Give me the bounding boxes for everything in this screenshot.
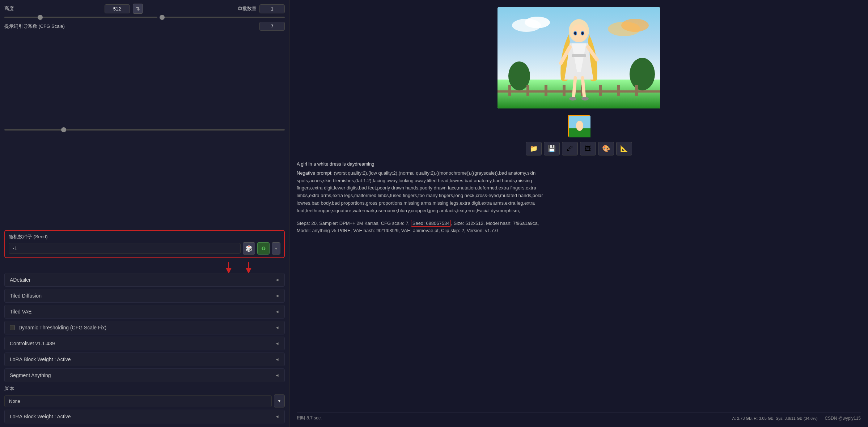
height-swap-button[interactable]: ⇅ — [133, 4, 143, 14]
steps-info-post: , Size: 512x512, Model hash: 7f96a1a9ca, — [451, 221, 539, 226]
negative-prompt-content: (worst quality:2),(low quality:2),(norma… — [297, 170, 543, 213]
svg-point-20 — [571, 24, 587, 42]
negative-prompt-text: Negative prompt: (worst quality:2),(low … — [297, 170, 557, 215]
steps-info-line2: Model: anything-v5-PrtRE, VAE hash: f921… — [297, 228, 498, 233]
adetailer-section[interactable]: ADetailer ◄ — [4, 273, 285, 287]
dynamic-threshold-label: Dynamic Thresholding (CFG Scale Fix) — [18, 325, 106, 330]
lora-block-1-section[interactable]: LoRA Block Weight : Active ◄ — [4, 353, 285, 366]
lora-block-2-label: LoRA Block Weight : Active — [10, 414, 71, 419]
controlnet-label: ControlNet v1.1.439 — [10, 341, 55, 346]
ruler-button[interactable]: 📐 — [616, 142, 632, 155]
svg-point-23 — [574, 32, 576, 35]
bottom-status: 用时:8.7 sec. A: 2.73 GB, R: 3.05 GB, Sys:… — [297, 413, 861, 423]
batch-input[interactable] — [259, 4, 285, 13]
svg-point-4 — [525, 17, 550, 28]
controlnet-arrow: ◄ — [275, 341, 279, 346]
seed-value: 688067534 — [426, 221, 449, 226]
steps-info: Steps: 20, Sampler: DPM++ 2M Karras, CFG… — [297, 218, 557, 237]
time-info: 用时:8.7 sec. — [297, 415, 322, 421]
stamp-button[interactable]: 🖊 — [562, 142, 578, 155]
main-image — [497, 7, 660, 108]
seed-input[interactable] — [9, 243, 241, 254]
script-select[interactable]: None — [4, 395, 272, 407]
svg-point-6 — [621, 19, 649, 32]
cfg-slider[interactable] — [4, 129, 285, 131]
gallery-button[interactable]: 🖼 — [580, 142, 596, 155]
svg-point-24 — [581, 32, 584, 35]
toolbar-row: 📁 💾 🖊 🖼 🎨 📐 — [297, 140, 861, 158]
svg-rect-12 — [526, 85, 529, 96]
svg-line-29 — [583, 78, 584, 98]
svg-point-9 — [630, 58, 655, 90]
tiled-diffusion-arrow: ◄ — [275, 293, 279, 298]
thumbnail-image[interactable] — [568, 115, 590, 137]
tiled-vae-section[interactable]: Tiled VAE ◄ — [4, 305, 285, 319]
save-button[interactable]: 💾 — [544, 142, 560, 155]
height-label: 高度 — [4, 5, 14, 12]
csdn-label: CSDN @wyply115 — [825, 416, 861, 421]
dynamic-threshold-checkbox[interactable] — [10, 325, 15, 330]
svg-point-34 — [576, 121, 583, 131]
height-slider[interactable] — [4, 17, 157, 18]
left-panel: 高度 ⇅ 单批数量 提示词引导系数 (CFG Scale) 随机数种子 (See… — [0, 0, 289, 427]
lora-block-1-label: LoRA Block Weight : Active — [10, 356, 71, 362]
batch-slider[interactable] — [160, 17, 285, 18]
thumbnail-row — [297, 112, 861, 140]
svg-rect-11 — [508, 85, 511, 96]
lora-block-2-section[interactable]: LoRA Block Weight : Active ◄ — [4, 410, 285, 423]
script-dropdown-arrow[interactable]: ▼ — [274, 394, 285, 407]
svg-rect-13 — [545, 85, 547, 96]
folder-button[interactable]: 📁 — [526, 142, 542, 155]
seed-recycle-button[interactable]: ♻ — [257, 242, 270, 255]
svg-point-31 — [581, 97, 589, 101]
seed-extra-toggle[interactable]: ▼ — [272, 242, 280, 255]
right-panel: 📁 💾 🖊 🖼 🎨 📐 A girl in a white dress is d… — [289, 0, 868, 427]
seed-dice-button[interactable]: 🎲 — [243, 242, 255, 255]
tiled-vae-arrow: ◄ — [275, 309, 279, 314]
segment-anything-section[interactable]: Segment Anything ◄ — [4, 368, 285, 382]
script-section: 脚本 None ▼ — [4, 386, 285, 407]
svg-rect-18 — [635, 85, 638, 96]
svg-rect-25 — [572, 54, 586, 57]
segment-anything-label: Segment Anything — [10, 372, 51, 378]
seed-highlight: Seed: 688067534 — [411, 220, 451, 227]
tiled-vae-label: Tiled VAE — [10, 309, 32, 315]
annotation-arrows — [4, 260, 287, 273]
image-container — [297, 4, 861, 112]
tiled-diffusion-label: Tiled Diffusion — [10, 293, 42, 299]
steps-info-pre: Steps: 20, Sampler: DPM++ 2M Karras, CFG… — [297, 221, 411, 226]
seed-label: 随机数种子 (Seed) — [9, 234, 280, 240]
svg-rect-14 — [563, 85, 566, 96]
cfg-input[interactable] — [259, 22, 285, 31]
svg-rect-16 — [599, 85, 602, 96]
height-input[interactable] — [105, 4, 130, 13]
dynamic-threshold-arrow: ◄ — [275, 325, 279, 330]
batch-label: 单批数量 — [238, 5, 257, 12]
svg-rect-17 — [617, 85, 620, 96]
positive-prompt-text: A girl in a white dress is daydreaming — [297, 161, 557, 168]
negative-prompt-label: Negative prompt: — [297, 170, 334, 176]
controlnet-section[interactable]: ControlNet v1.1.439 ◄ — [4, 337, 285, 350]
adetailer-label: ADetailer — [10, 277, 31, 283]
lora-block-2-arrow: ◄ — [275, 414, 279, 419]
segment-anything-arrow: ◄ — [275, 373, 279, 378]
tiled-diffusion-section[interactable]: Tiled Diffusion ◄ — [4, 289, 285, 303]
memory-info: A: 2.73 GB, R: 3.05 GB, Sys: 3.8/11 GB (… — [732, 416, 817, 420]
prompt-area: A girl in a white dress is daydreaming N… — [297, 158, 557, 218]
seed-section: 随机数种子 (Seed) 🎲 ♻ ▼ — [4, 230, 285, 258]
adetailer-arrow: ◄ — [275, 277, 279, 282]
svg-point-30 — [569, 97, 576, 101]
dynamic-threshold-section[interactable]: Dynamic Thresholding (CFG Scale Fix) ◄ — [4, 321, 285, 334]
cfg-label: 提示词引导系数 (CFG Scale) — [4, 23, 257, 30]
generated-image-svg — [497, 7, 660, 108]
paint-button[interactable]: 🎨 — [598, 142, 614, 155]
lora-block-1-arrow: ◄ — [275, 357, 279, 362]
script-label: 脚本 — [4, 386, 285, 392]
svg-line-28 — [573, 78, 575, 98]
